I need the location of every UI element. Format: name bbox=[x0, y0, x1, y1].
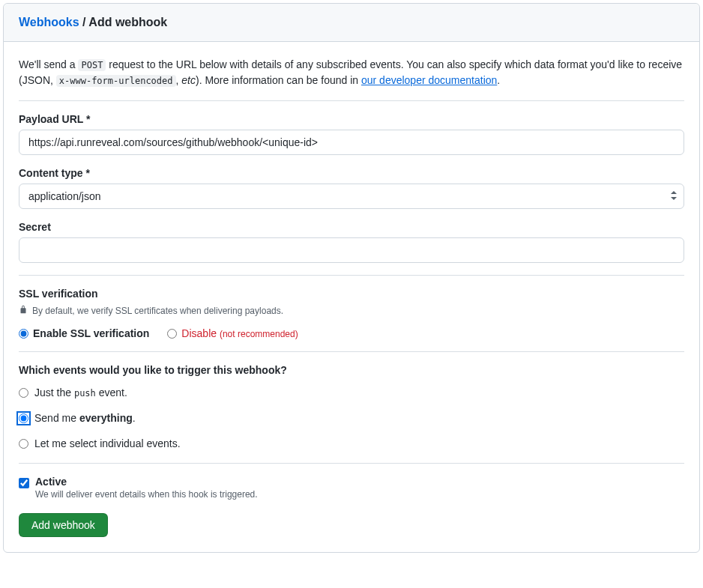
breadcrumb-current: Add webhook bbox=[88, 16, 167, 28]
content-type-label: Content type * bbox=[19, 167, 684, 179]
event-option-push: Just the push event. bbox=[19, 387, 684, 398]
event-everything-strong: everything bbox=[79, 412, 133, 424]
active-section: Active We will deliver event details whe… bbox=[19, 476, 684, 500]
event-push-radio[interactable] bbox=[19, 388, 28, 398]
event-push-code: push bbox=[74, 388, 96, 398]
ssl-disable-radio[interactable] bbox=[167, 329, 177, 339]
active-label[interactable]: Active bbox=[35, 476, 258, 488]
active-text: Active We will deliver event details whe… bbox=[35, 476, 258, 500]
ssl-enable-label[interactable]: Enable SSL verification bbox=[33, 327, 149, 339]
ssl-disable-text: Disable bbox=[181, 327, 220, 339]
event-push-text1: Just the bbox=[34, 387, 74, 398]
payload-url-input[interactable] bbox=[19, 130, 684, 155]
content-type-select[interactable]: application/json bbox=[19, 184, 684, 209]
events-group: Which events would you like to trigger t… bbox=[19, 364, 684, 449]
active-note: We will deliver event details when this … bbox=[35, 489, 258, 500]
divider bbox=[19, 100, 684, 101]
event-options: Just the push event. Send me everything.… bbox=[19, 387, 684, 449]
event-individual-label[interactable]: Let me select individual events. bbox=[34, 437, 181, 449]
payload-url-label: Payload URL * bbox=[19, 113, 684, 125]
intro-code-post: POST bbox=[78, 59, 106, 71]
form-header: Webhooks / Add webhook bbox=[4, 4, 699, 42]
breadcrumb-parent-link[interactable]: Webhooks bbox=[19, 16, 79, 28]
ssl-disable-item: Disable (not recommended) bbox=[167, 327, 298, 339]
active-checkbox[interactable] bbox=[19, 478, 29, 488]
breadcrumb-separator: / bbox=[79, 16, 89, 28]
ssl-enable-item: Enable SSL verification bbox=[19, 327, 149, 339]
ssl-radio-row: Enable SSL verification Disable (not rec… bbox=[19, 327, 684, 339]
ssl-disable-label[interactable]: Disable (not recommended) bbox=[181, 327, 298, 339]
intro-part5: . bbox=[497, 74, 500, 86]
event-option-individual: Let me select individual events. bbox=[19, 437, 684, 449]
event-option-everything: Send me everything. bbox=[19, 412, 684, 424]
intro-part1: We'll send a bbox=[19, 58, 78, 70]
ssl-enable-radio[interactable] bbox=[19, 329, 28, 339]
event-push-label[interactable]: Just the push event. bbox=[34, 387, 127, 398]
breadcrumb: Webhooks / Add webhook bbox=[19, 16, 684, 29]
ssl-group: SSL verification By default, we verify S… bbox=[19, 288, 684, 339]
content-type-select-wrapper: application/json bbox=[19, 184, 684, 209]
divider bbox=[19, 463, 684, 464]
ssl-note-text: By default, we verify SSL certificates w… bbox=[32, 306, 283, 316]
event-everything-label[interactable]: Send me everything. bbox=[34, 412, 136, 424]
add-webhook-button[interactable]: Add webhook bbox=[19, 513, 108, 537]
ssl-heading: SSL verification bbox=[19, 288, 684, 300]
payload-url-group: Payload URL * bbox=[19, 113, 684, 155]
event-individual-radio[interactable] bbox=[19, 439, 28, 449]
event-everything-radio[interactable] bbox=[19, 413, 28, 423]
content-type-group: Content type * application/json bbox=[19, 167, 684, 209]
intro-part4: ). More information can be found in bbox=[196, 74, 361, 86]
webhook-form-container: Webhooks / Add webhook We'll send a POST… bbox=[3, 3, 700, 553]
ssl-disable-note: (not recommended) bbox=[220, 329, 298, 339]
lock-icon bbox=[19, 304, 28, 317]
secret-label: Secret bbox=[19, 221, 684, 233]
events-heading: Which events would you like to trigger t… bbox=[19, 364, 684, 376]
intro-em-etc: etc bbox=[181, 74, 196, 86]
developer-docs-link[interactable]: our developer documentation bbox=[361, 74, 497, 86]
form-content: We'll send a POST request to the URL bel… bbox=[4, 42, 699, 552]
event-everything-text2: . bbox=[133, 412, 136, 424]
intro-text: We'll send a POST request to the URL bel… bbox=[19, 57, 684, 88]
event-everything-text1: Send me bbox=[34, 412, 79, 424]
event-push-text2: event. bbox=[96, 387, 127, 398]
secret-input[interactable] bbox=[19, 237, 684, 263]
divider bbox=[19, 351, 684, 352]
secret-group: Secret bbox=[19, 221, 684, 263]
divider bbox=[19, 275, 684, 276]
ssl-note: By default, we verify SSL certificates w… bbox=[19, 304, 684, 317]
intro-code-urlencoded: x-www-form-urlencoded bbox=[56, 75, 176, 87]
